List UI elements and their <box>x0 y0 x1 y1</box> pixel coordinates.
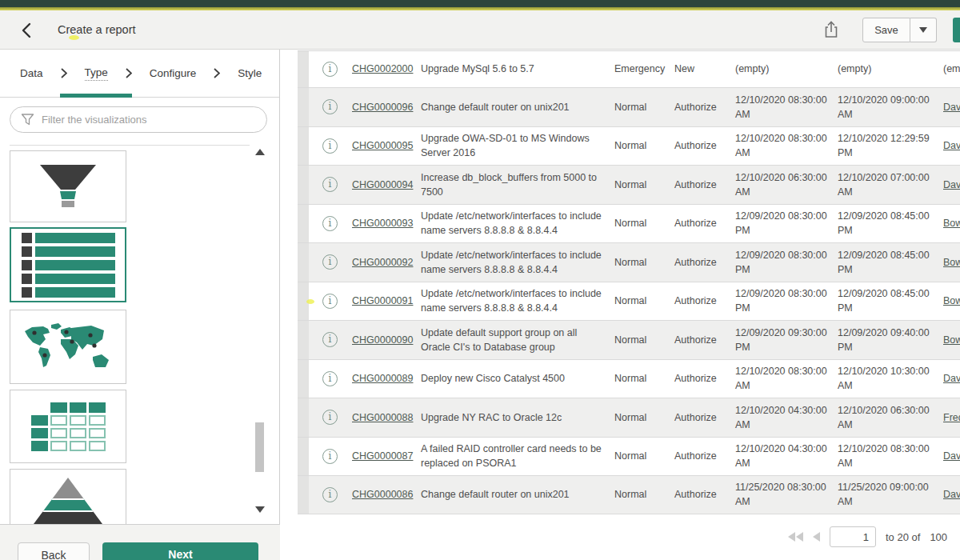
info-icon[interactable]: i <box>322 254 338 270</box>
record-number-link[interactable]: CHG0000093 <box>352 216 413 230</box>
record-state: Authorize <box>674 166 735 204</box>
record-number-link[interactable]: CHG0000094 <box>352 178 413 192</box>
info-icon[interactable]: i <box>322 99 338 114</box>
chevron-right-icon <box>214 68 220 78</box>
info-icon[interactable]: i <box>322 62 338 77</box>
record-number-link[interactable]: CHG0000091 <box>352 294 413 308</box>
record-number-link[interactable]: CHG0000087 <box>352 449 413 463</box>
bar-list-icon <box>22 233 115 298</box>
record-number-link[interactable]: CHG0000088 <box>352 410 413 425</box>
row-gutter <box>298 438 309 476</box>
filter-visualizations-input[interactable] <box>42 114 266 126</box>
record-end-date: 11/25/2020 09:00:00 AM <box>838 476 943 514</box>
info-icon[interactable]: i <box>322 371 338 386</box>
info-cell: i <box>309 438 352 476</box>
record-assigned-text: (em <box>943 62 960 76</box>
record-number-cell: CHG0002000 <box>352 51 421 87</box>
record-assigned-link[interactable]: Bow <box>943 216 960 230</box>
back-chevron-icon[interactable] <box>18 21 38 40</box>
back-button[interactable]: Back <box>18 542 90 560</box>
breadcrumb-step-configure[interactable]: Configure <box>150 50 197 97</box>
record-number-link[interactable]: CHG0000095 <box>352 138 413 153</box>
record-assigned-cell: Bow <box>943 243 960 282</box>
scroll-up-arrow[interactable] <box>255 149 265 155</box>
first-page-icon[interactable] <box>788 532 803 542</box>
record-end-date: 12/09/2020 08:45:00 PM <box>838 282 943 321</box>
record-state: New <box>674 51 735 87</box>
record-priority: Normal <box>614 360 674 398</box>
record-number-link[interactable]: CHG0000090 <box>352 333 413 347</box>
record-priority: Normal <box>614 88 674 126</box>
record-assigned-link[interactable]: Dav <box>943 178 960 192</box>
record-state: Authorize <box>674 243 735 282</box>
record-assigned-link[interactable]: Bow <box>943 294 960 308</box>
record-assigned-link[interactable]: Dav <box>943 487 960 502</box>
record-end-date: 12/09/2020 08:45:00 PM <box>838 205 943 243</box>
breadcrumb-step-data[interactable]: Data <box>20 50 43 97</box>
record-number-link[interactable]: CHG0002000 <box>352 62 413 76</box>
row-gutter <box>298 243 309 282</box>
record-start-date: 12/09/2020 08:30:00 PM <box>735 243 838 282</box>
next-button[interactable]: Next <box>102 542 258 560</box>
record-number-link[interactable]: CHG0000089 <box>352 371 413 386</box>
record-number-link[interactable]: CHG0000086 <box>352 487 413 502</box>
info-icon[interactable]: i <box>322 410 338 425</box>
divider <box>10 145 250 146</box>
table-row: iCHG0000086Change default router on unix… <box>298 475 960 514</box>
info-icon[interactable]: i <box>322 449 338 464</box>
record-assigned-cell: Bow <box>943 282 960 321</box>
info-icon[interactable]: i <box>322 487 338 502</box>
record-start-date: 12/10/2020 08:30:00 AM <box>735 88 838 126</box>
scrollbar-thumb[interactable] <box>255 422 264 472</box>
info-icon[interactable]: i <box>322 294 338 309</box>
record-assigned-cell: Bow <box>943 321 960 359</box>
info-cell: i <box>309 282 352 321</box>
pagination-total: 100 <box>930 531 947 543</box>
record-assigned-cell: Dav <box>943 476 960 514</box>
record-priority: Normal <box>614 205 674 243</box>
record-assigned-link[interactable]: Fred <box>943 410 960 425</box>
info-cell: i <box>309 88 352 126</box>
info-icon[interactable]: i <box>322 332 338 347</box>
info-cell: i <box>309 476 352 514</box>
info-icon[interactable]: i <box>322 216 338 231</box>
page-number-input[interactable] <box>830 526 876 547</box>
record-assigned-link[interactable]: Dav <box>943 371 960 386</box>
record-assigned-link[interactable]: Dav <box>943 138 960 153</box>
record-assigned-link[interactable]: Dav <box>943 100 960 114</box>
clipped-primary-button[interactable] <box>953 18 960 42</box>
save-button[interactable]: Save <box>862 18 910 42</box>
viz-thumb-map[interactable] <box>10 310 126 384</box>
scroll-down-arrow[interactable] <box>255 506 265 513</box>
viz-thumb-list[interactable] <box>10 227 126 302</box>
share-icon[interactable] <box>822 20 840 39</box>
row-gutter <box>298 205 309 243</box>
row-gutter <box>298 166 309 204</box>
click-indicator <box>69 35 79 40</box>
record-state: Authorize <box>674 360 735 398</box>
record-start-date: 12/10/2020 04:30:00 AM <box>735 398 838 437</box>
record-start-date: 11/25/2020 08:30:00 AM <box>735 476 838 514</box>
info-cell: i <box>309 205 352 243</box>
record-state: Authorize <box>674 282 735 321</box>
row-gutter <box>298 51 309 87</box>
breadcrumb-step-type[interactable]: Type <box>85 50 108 97</box>
record-assigned-cell: Bow <box>943 205 960 243</box>
record-assigned-link[interactable]: Dav <box>943 449 960 463</box>
record-assigned-link[interactable]: Bow <box>943 255 960 270</box>
record-number-link[interactable]: CHG0000096 <box>352 100 413 114</box>
record-number-link[interactable]: CHG0000092 <box>352 255 413 270</box>
breadcrumb-step-style[interactable]: Style <box>238 50 262 97</box>
record-end-date: 12/10/2020 07:00:00 AM <box>838 166 943 204</box>
save-dropdown-button[interactable] <box>910 18 937 42</box>
viz-thumb-funnel[interactable] <box>10 150 126 222</box>
wizard-breadcrumb: Data Type Configure Style <box>0 50 279 98</box>
viz-thumb-table[interactable] <box>10 390 126 463</box>
info-icon[interactable]: i <box>322 138 338 154</box>
record-number-cell: CHG0000086 <box>352 476 421 514</box>
viz-thumb-pyramid[interactable] <box>10 469 126 533</box>
previous-page-icon[interactable] <box>813 532 820 542</box>
record-assigned-link[interactable]: Bow <box>943 333 960 347</box>
info-icon[interactable]: i <box>322 177 338 192</box>
table-row: iCHG0000087A failed RAID controller card… <box>298 437 960 476</box>
